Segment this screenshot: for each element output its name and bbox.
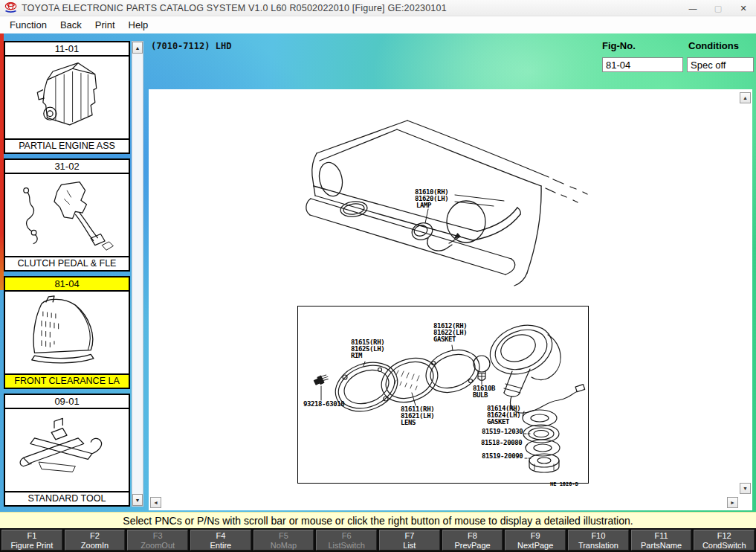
conditions-label: Conditions <box>688 40 739 51</box>
thumbnail-caption: STANDARD TOOL <box>5 491 129 505</box>
fig-no-input[interactable] <box>602 57 683 72</box>
fnkey-f10-button[interactable]: F10 Translation <box>568 530 629 551</box>
status-message: Select PNCs or P/Ns with scroll bar or m… <box>123 515 633 527</box>
part-label-lamp-name[interactable]: LAMP <box>416 202 431 209</box>
fnkey-f1-button[interactable]: F1 Figure Print <box>1 530 62 551</box>
part-label-lens[interactable]: 81611(RH) 81621(LH) LENS <box>401 406 434 426</box>
function-key-bar: F1 Figure Print F2 ZoomIn F3 ZoomOut F4 … <box>0 528 756 552</box>
part-label-gasket-rear[interactable]: 81614(RH) 81624(LH) GASKET <box>487 405 520 426</box>
fnkey-f8-button[interactable]: F8 PrevPage <box>442 530 503 551</box>
menu-bar: Function Back Print Help <box>0 16 756 33</box>
figure-range-label: (7010-7112) LHD <box>151 41 231 51</box>
close-button[interactable]: ✕ <box>731 0 756 16</box>
fnkey-f4-button[interactable]: F4 Entire <box>190 530 251 551</box>
thumbnail-caption: FRONT CLEARANCE LA <box>5 373 129 388</box>
thumbnail-code: 11-01 <box>5 42 129 57</box>
part-label-bulb[interactable]: 81610B BULB <box>473 385 495 399</box>
part-label-ring-upper[interactable]: 81519-12030 <box>482 429 523 435</box>
desktop-background: (7010-7112) LHD Fig-No. Conditions 11-01 <box>0 33 756 512</box>
toyota-logo-icon <box>4 2 17 13</box>
part-label-rim[interactable]: 81615(RH) 81625(LH) RIM <box>351 339 384 359</box>
fnkey-f5-button[interactable]: F5 NoMap <box>253 530 314 551</box>
maximize-button[interactable]: ▢ <box>705 0 731 16</box>
thumbnail-code: 09-01 <box>5 395 129 409</box>
panel-scroll-right-button[interactable]: ► <box>727 497 738 508</box>
down-arrow-icon: ▼ <box>743 486 748 491</box>
right-arrow-icon: ► <box>730 500 735 505</box>
part-label-ring-lower[interactable]: 81518-20080 <box>481 440 522 446</box>
figure-footnote: NE 1020-D <box>550 481 578 487</box>
sidebar-scroll-up-button[interactable]: ▲ <box>132 42 143 54</box>
sidebar-item-31-02[interactable]: 31-02 CLUT <box>4 158 130 272</box>
engine-thumbnail-drawing <box>5 57 129 138</box>
panel-scroll-up-button[interactable]: ▲ <box>740 92 751 103</box>
down-arrow-icon: ▼ <box>135 498 140 503</box>
thumbnail-sidebar: 11-01 PARTIAL ENGINE ASS 31-02 <box>4 41 130 511</box>
fnkey-f3-button[interactable]: F3 ZoomOut <box>127 530 188 551</box>
sidebar-item-81-04[interactable]: 81-04 FRONT CLEARANCE LA <box>4 276 130 389</box>
sidebar-scrollbar[interactable]: ▲ ▼ <box>132 41 143 507</box>
menu-item-print[interactable]: Print <box>88 18 122 32</box>
car-front-drawing <box>282 110 610 295</box>
clutch-thumbnail-drawing <box>5 174 129 256</box>
thumbnail-code: 81-04 <box>5 277 129 292</box>
conditions-input[interactable] <box>687 57 754 72</box>
up-arrow-icon: ▲ <box>743 95 748 100</box>
status-bar: Select PNCs or P/Ns with scroll bar or m… <box>0 512 756 528</box>
fnkey-f9-button[interactable]: F9 NextPage <box>505 530 566 551</box>
part-label-screw[interactable]: 93218-63010 <box>303 401 344 408</box>
thumbnail-code: 31-02 <box>5 160 129 174</box>
figure-panel: 81610(RH) 81620(LH) LAMP <box>149 89 752 510</box>
thumbnail-caption: PARTIAL ENGINE ASS <box>5 138 129 153</box>
jack-thumbnail-drawing <box>5 409 129 491</box>
thumbnail-caption: CLUTCH PEDAL & FLE <box>5 256 129 270</box>
close-icon: ✕ <box>740 4 746 13</box>
left-arrow-icon: ◄ <box>153 500 158 505</box>
fnkey-f11-button[interactable]: F11 PartsName <box>631 530 692 551</box>
menu-item-back[interactable]: Back <box>54 18 88 32</box>
sidebar-item-09-01[interactable]: 09-01 STANDARD TOOL <box>4 394 130 507</box>
menu-item-help[interactable]: Help <box>122 18 155 32</box>
panel-scroll-down-button[interactable]: ▼ <box>740 483 751 494</box>
sidebar-item-11-01[interactable]: 11-01 PARTIAL ENGINE ASS <box>4 41 130 154</box>
minimize-button[interactable]: — <box>680 0 705 16</box>
up-arrow-icon: ▲ <box>135 45 140 51</box>
part-label-nut[interactable]: 81519-20090 <box>482 453 523 460</box>
title-bar: TOYOTA ELECTRONIC PARTS CATALOG SYSTEM V… <box>0 0 756 16</box>
maximize-icon: ▢ <box>714 4 722 13</box>
part-label-gasket-front[interactable]: 81612(RH) 81622(LH) GASKET <box>433 323 467 343</box>
fnkey-f7-button[interactable]: F7 List <box>379 530 440 551</box>
fig-no-label: Fig-No. <box>602 40 636 51</box>
fnkey-f12-button[interactable]: F12 CondSwitch <box>694 530 755 551</box>
lamp-thumbnail-drawing <box>5 292 129 373</box>
panel-scroll-left-button[interactable]: ◄ <box>150 497 161 508</box>
minimize-icon: — <box>689 4 697 13</box>
fnkey-f2-button[interactable]: F2 ZoomIn <box>65 530 126 551</box>
fnkey-f6-button[interactable]: F6 ListSwitch <box>316 530 377 551</box>
sidebar-scroll-down-button[interactable]: ▼ <box>132 494 143 506</box>
menu-item-function[interactable]: Function <box>3 18 54 32</box>
window-title: TOYOTA ELECTRONIC PARTS CATALOG SYSTEM V… <box>22 3 447 13</box>
